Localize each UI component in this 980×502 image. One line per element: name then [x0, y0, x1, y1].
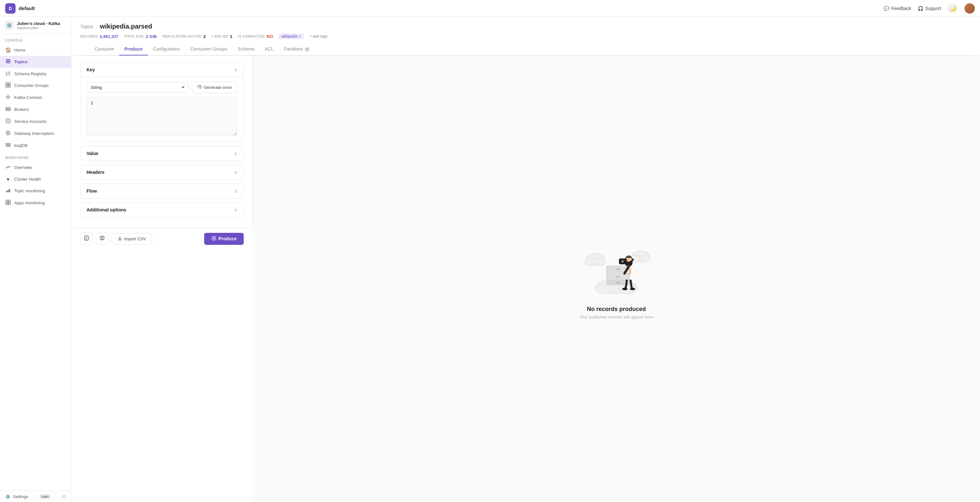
load-button[interactable] [96, 233, 108, 245]
topic-monitoring-icon [5, 188, 11, 194]
sidebar-item-apps-monitoring[interactable]: Apps monitoring [0, 197, 71, 209]
svg-text:0: 0 [622, 260, 624, 263]
sidebar-item-label: Service Accounts [14, 119, 47, 124]
additional-options-header[interactable]: Additional options ∨ [81, 203, 243, 217]
additional-chevron-down-icon: ∨ [234, 207, 237, 212]
tab-produce[interactable]: Produce [119, 43, 148, 56]
key-value-input[interactable]: 1 [86, 97, 237, 136]
sidebar-settings[interactable]: ⚙️ Settings main ⊟ [0, 491, 71, 502]
svg-rect-19 [9, 189, 10, 192]
is-compacted-meta: IS COMPACTED NO [238, 34, 273, 39]
svg-rect-4 [8, 83, 10, 84]
replication-meta: REPLICATION FACTOR 2 [163, 34, 206, 39]
svg-rect-42 [616, 269, 620, 270]
topic-size-value: 2 GiB [146, 34, 157, 39]
flow-section: Flow ∨ [80, 183, 243, 198]
value-section-header[interactable]: Value ∨ [81, 146, 243, 161]
content-area: Topics › wikipedia.parsed RECORDS 3,491,… [71, 17, 980, 502]
sidebar-item-home[interactable]: 🏠 Home [0, 44, 71, 56]
replication-label: REPLICATION FACTOR [163, 35, 202, 38]
save-button[interactable] [80, 233, 93, 245]
sidebar-item-brokers[interactable]: Brokers [0, 104, 71, 115]
support-button[interactable]: 🎧 Support [918, 6, 941, 11]
flow-section-header[interactable]: Flow ∨ [81, 184, 243, 198]
produce-button[interactable]: Produce [204, 233, 244, 245]
sidebar-item-topics[interactable]: Topics [0, 56, 71, 68]
records-meta: RECORDS 3,491,337 [80, 34, 118, 39]
console-section-label: CONSOLE [0, 34, 71, 44]
feedback-button[interactable]: 💬 Feedback [884, 6, 911, 11]
svg-rect-16 [6, 146, 10, 147]
key-section-header[interactable]: Key ∧ [81, 62, 243, 77]
sidebar-item-label: Topics [14, 59, 27, 64]
generate-once-label: Generate once [204, 85, 232, 90]
tab-partitions[interactable]: Partitions2 [279, 43, 315, 56]
key-section: Key ∧ String Integer Long Float Double [80, 62, 243, 142]
generate-once-button[interactable]: Generate once [192, 82, 237, 93]
sidebar-item-service-accounts[interactable]: Service Accounts [0, 115, 71, 127]
user-avatar[interactable] [964, 3, 975, 14]
sidebar-item-label: Kafka Connect [14, 95, 42, 100]
svg-rect-18 [8, 190, 9, 192]
cluster-selector[interactable]: ⚙️ Julien's cloud - Kafka shadow-julien [0, 17, 71, 34]
service-accounts-icon [5, 118, 11, 124]
produce-actions: Import CSV Produce [71, 228, 253, 249]
sidebar-item-label: Consumer Groups [14, 83, 49, 88]
sidebar-item-gateway-interceptors[interactable]: Gateway Interceptors [0, 127, 71, 139]
collapse-sidebar-button[interactable]: ⊟ [62, 494, 66, 499]
app-avatar: D [5, 3, 16, 14]
sidebar-item-kafka-connect[interactable]: Kafka Connect [0, 91, 71, 104]
min-isr-label: < MIN ISR [212, 35, 228, 38]
sidebar: ⚙️ Julien's cloud - Kafka shadow-julien … [0, 17, 71, 502]
app-name: default [19, 5, 35, 11]
dark-mode-icon: 🌙 [950, 5, 956, 11]
cluster-icon: ⚙️ [5, 21, 14, 30]
value-section: Value ∨ [80, 146, 243, 161]
tag-chip: wikipedia × [279, 33, 303, 39]
svg-rect-17 [6, 191, 7, 192]
value-chevron-down-icon: ∨ [234, 151, 237, 156]
apps-monitoring-icon [5, 200, 11, 206]
sidebar-item-schema-registry[interactable]: ⟨/⟩ Schema Registry [0, 68, 71, 80]
tag-remove-button[interactable]: × [299, 34, 301, 38]
sidebar-item-cluster-health[interactable]: ♥ Cluster Health [0, 174, 71, 185]
ksqldb-icon [5, 142, 11, 148]
headers-section-title: Headers [86, 170, 104, 175]
topbar: D default 💬 Feedback 🎧 Support 🌙 [0, 0, 980, 17]
sidebar-item-ksqldb[interactable]: ksqlDB [0, 139, 71, 151]
sidebar-item-label: Gateway Interceptors [14, 131, 54, 136]
tab-consumer-groups[interactable]: Consumer Groups [185, 43, 232, 56]
tab-acl[interactable]: ACL [259, 43, 279, 56]
import-csv-button[interactable]: Import CSV [111, 233, 152, 244]
svg-point-12 [6, 131, 10, 135]
key-chevron-up-icon: ∧ [234, 67, 237, 72]
empty-state-title: No records produced [587, 306, 646, 312]
feedback-icon: 💬 [884, 6, 889, 11]
sidebar-item-label: Apps monitoring [14, 201, 45, 205]
sidebar-item-topic-monitoring[interactable]: Topic monitoring [0, 185, 71, 197]
tab-consume[interactable]: Consume [89, 43, 119, 56]
svg-rect-2 [6, 62, 10, 63]
breadcrumb-topics-link[interactable]: Topics [80, 24, 93, 29]
tag-label: wikipedia [281, 34, 297, 38]
svg-point-36 [595, 284, 615, 293]
add-tag-button[interactable]: + add tags [310, 34, 328, 38]
tab-schema[interactable]: Schema [233, 43, 259, 56]
svg-rect-14 [6, 143, 10, 144]
svg-rect-23 [8, 203, 10, 205]
schema-registry-icon: ⟨/⟩ [5, 71, 11, 76]
page-title: wikipedia.parsed [100, 23, 152, 30]
dark-mode-toggle[interactable]: 🌙 [948, 3, 958, 14]
svg-rect-5 [6, 85, 8, 87]
svg-rect-0 [6, 59, 10, 60]
svg-rect-22 [6, 203, 8, 205]
headers-section-header[interactable]: Headers ∨ [81, 165, 243, 179]
key-type-select[interactable]: String Integer Long Float Double Boolean… [86, 82, 189, 93]
value-section-title: Value [86, 151, 99, 156]
tab-configuration[interactable]: Configuration [148, 43, 185, 56]
settings-label: Settings [13, 494, 28, 499]
generate-icon [197, 84, 202, 90]
sidebar-item-overview[interactable]: Overview [0, 161, 71, 174]
sidebar-item-consumer-groups[interactable]: Consumer Groups [0, 80, 71, 91]
load-icon [100, 236, 105, 242]
